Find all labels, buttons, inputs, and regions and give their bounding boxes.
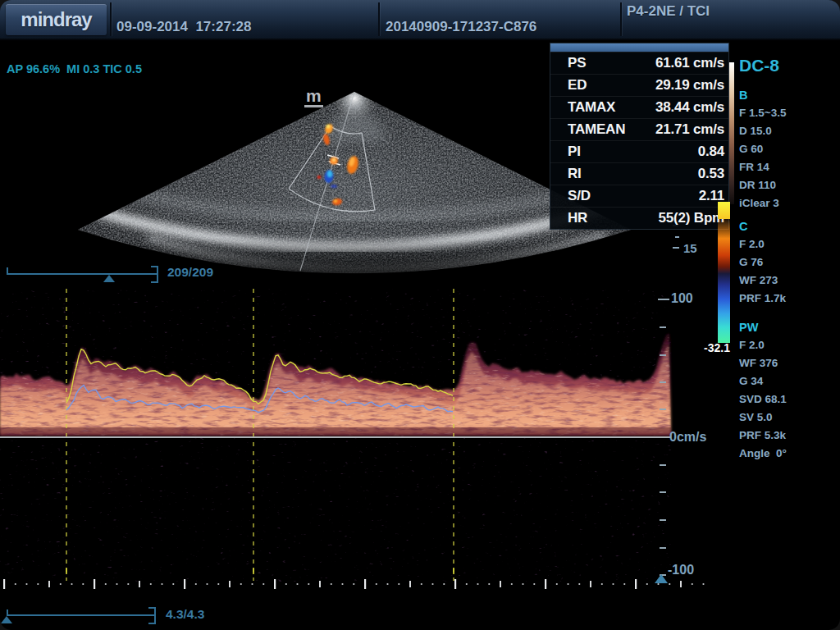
result-row-ed: ED29.19 cm/s [550, 74, 728, 96]
param-pw-wallfilter: WF 376 [739, 357, 787, 375]
cine-position-marker-icon[interactable] [103, 275, 115, 282]
frame-counter: 209/209 [167, 265, 213, 280]
param-c-prf: PRF 1.7k [739, 292, 786, 310]
param-c-frequency: F 2.0 [739, 238, 786, 256]
result-row-sd: S/D2.11 [550, 185, 728, 207]
result-row-pi: PI0.84 [550, 140, 728, 162]
result-row-hr: HR55(2) Bpm [550, 207, 728, 229]
param-pw-angle: Angle 0° [739, 447, 787, 465]
color-doppler-scale-bar [718, 202, 730, 343]
param-c-wallfilter: WF 273 [739, 274, 786, 292]
velocity-max-label: 100 [671, 291, 693, 306]
param-b-iclear: iClear 3 [739, 197, 786, 215]
color-param-group: C F 2.0 G 76 WF 273 PRF 1.7k [739, 220, 786, 310]
param-b-framerate: FR 14 [739, 161, 786, 179]
pw-group-header: PW [739, 321, 787, 339]
velocity-min-label: -100 [668, 563, 694, 578]
ultrasound-screen: mindray 09-09-2014 17:27:28 20140909-171… [0, 0, 840, 630]
grayscale-map-bar [728, 62, 734, 204]
color-group-header: C [739, 220, 786, 238]
bmode-group-header: B [739, 89, 786, 107]
time-position-marker-icon[interactable] [1, 616, 12, 623]
param-pw-gain: G 34 [739, 375, 787, 393]
result-row-tamean: TAMEAN21.71 cm/s [550, 118, 728, 140]
pw-param-group: PW F 2.0 WF 376 G 34 SVD 68.1 SV 5.0 PRF… [739, 321, 787, 465]
velocity-baseline-label: 0cm/s [669, 430, 706, 445]
param-b-dynamicrange: DR 110 [739, 179, 786, 197]
orientation-marker: m [304, 87, 323, 107]
result-row-ps: PS61.61 cm/s [550, 52, 728, 74]
param-pw-frequency: F 2.0 [739, 339, 787, 357]
param-c-gain: G 76 [739, 256, 786, 274]
result-row-tamax: TAMAX38.44 cm/s [550, 96, 728, 118]
param-b-depth: D 15.0 [739, 125, 786, 143]
param-pw-svdepth: SVD 68.1 [739, 393, 787, 411]
measurement-results-panel[interactable]: PS61.61 cm/s ED29.19 cm/s TAMAX38.44 cm/… [550, 43, 729, 230]
bmode-param-group: B F 1.5~3.5 D 15.0 G 60 FR 14 DR 110 iCl… [739, 89, 786, 215]
param-b-frequency: F 1.5~3.5 [739, 107, 786, 125]
param-b-gain: G 60 [739, 143, 786, 161]
color-scale-min-label: -32.1 [689, 341, 730, 354]
param-pw-svsize: SV 5.0 [739, 411, 787, 429]
time-counter: 4.3/4.3 [166, 607, 204, 622]
result-row-ri: RI0.53 [550, 162, 728, 185]
depth-scale-label: 15 [683, 241, 697, 255]
spectral-doppler-display [0, 289, 705, 589]
system-model-label: DC-8 [739, 56, 779, 75]
param-pw-prf: PRF 5.3k [739, 429, 787, 447]
baseline-shift-marker-icon[interactable] [655, 574, 668, 583]
results-panel-titlebar[interactable] [550, 43, 728, 52]
